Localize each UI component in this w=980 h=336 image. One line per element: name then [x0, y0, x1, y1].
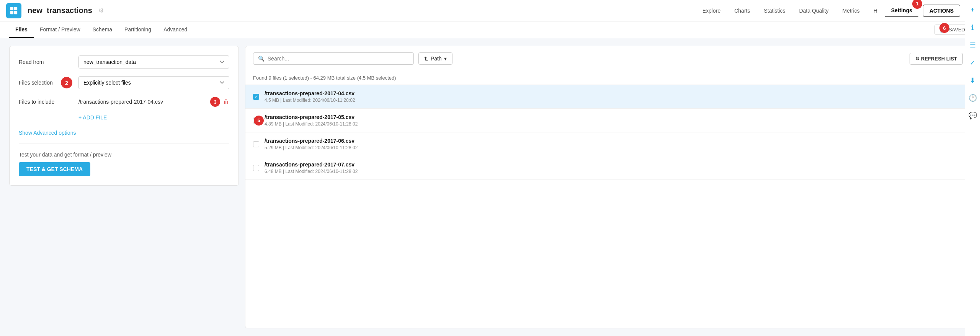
- nav-charts[interactable]: Charts: [728, 5, 756, 17]
- nav-statistics[interactable]: Statistics: [758, 5, 791, 17]
- files-to-include-row: Files to include /transactions-prepared-…: [19, 97, 229, 122]
- main-content: Read from new_transaction_data Files sel…: [0, 38, 980, 336]
- svg-rect-0: [10, 7, 13, 10]
- file-meta-4: 6.48 MB | Last Modified: 2024/06/10-11:2…: [265, 169, 963, 174]
- sort-icon: ⇅: [424, 56, 428, 62]
- file-list: /transactions-prepared-2017-04.csv 4.5 M…: [245, 85, 970, 328]
- tab-advanced[interactable]: Advanced: [157, 22, 193, 38]
- file-name-1: /transactions-prepared-2017-04.csv: [265, 90, 963, 96]
- file-checkbox-4[interactable]: [253, 165, 259, 171]
- annotation-badge-1: 1: [912, 0, 922, 9]
- files-selection-select[interactable]: Explicitly select files: [78, 76, 229, 89]
- file-info-2: /transactions-prepared-2017-05.csv 4.89 …: [265, 114, 963, 127]
- file-item[interactable]: /transactions-prepared-2017-07.csv 6.48 …: [245, 156, 970, 180]
- file-name-4: /transactions-prepared-2017-07.csv: [265, 161, 963, 168]
- file-info-4: /transactions-prepared-2017-07.csv 6.48 …: [265, 161, 963, 174]
- file-checkbox-3[interactable]: [253, 141, 259, 147]
- right-panel-header: 🔍 ⇅ Path ▾ ↻ REFRESH LIST: [245, 46, 970, 71]
- add-file-button[interactable]: + ADD FILE: [78, 113, 107, 122]
- file-item[interactable]: 5 /transactions-prepared-2017-05.csv 4.8…: [245, 109, 970, 132]
- sidebar-clock-icon[interactable]: 🕐: [967, 92, 978, 104]
- test-section-label: Test your data and get format / preview: [19, 152, 229, 158]
- read-from-label: Read from: [19, 59, 72, 65]
- files-to-include-label: Files to include: [19, 99, 72, 105]
- nav-h[interactable]: H: [867, 5, 884, 17]
- sidebar-chat-icon[interactable]: 💬: [967, 110, 978, 121]
- sort-chevron-icon: ▾: [444, 55, 447, 62]
- file-path: /transactions-prepared-2017-04.csv: [78, 99, 204, 105]
- search-box[interactable]: 🔍: [253, 52, 414, 65]
- file-meta-1: 4.5 MB | Last Modified: 2024/06/10-11:28…: [265, 98, 963, 103]
- annotation-badge-6: 6: [939, 23, 949, 33]
- nav-metrics[interactable]: Metrics: [836, 5, 866, 17]
- logo-icon: [10, 7, 18, 15]
- tab-files[interactable]: Files: [9, 22, 34, 38]
- sidebar-check-icon[interactable]: ✓: [968, 57, 977, 69]
- app-logo: [6, 3, 21, 18]
- divider: [19, 144, 229, 144]
- delete-file-icon[interactable]: 🗑: [223, 98, 229, 105]
- nav-explore[interactable]: Explore: [696, 5, 727, 17]
- read-from-select[interactable]: new_transaction_data: [78, 55, 229, 69]
- refresh-button[interactable]: ↻ REFRESH LIST: [910, 53, 963, 65]
- left-panel: Read from new_transaction_data Files sel…: [9, 46, 239, 186]
- annotation-badge-2: 2: [61, 77, 72, 88]
- right-panel: 🔍 ⇅ Path ▾ ↻ REFRESH LIST Found 9 files …: [245, 46, 971, 328]
- path-sort-button[interactable]: ⇅ Path ▾: [418, 52, 452, 65]
- file-checkbox-1[interactable]: [253, 94, 259, 100]
- annotation-badge-3: 3: [210, 97, 220, 107]
- dataset-settings-icon[interactable]: ⚙: [98, 7, 104, 14]
- file-item[interactable]: /transactions-prepared-2017-04.csv 4.5 M…: [245, 85, 970, 109]
- nav-data-quality[interactable]: Data Quality: [793, 5, 835, 17]
- dataset-name: new_transactions: [28, 6, 92, 15]
- test-schema-button[interactable]: TEST & GET SCHEMA: [19, 162, 90, 176]
- actions-button[interactable]: ACTIONS: [923, 5, 960, 17]
- file-name-2: /transactions-prepared-2017-05.csv: [265, 114, 963, 120]
- read-from-row: Read from new_transaction_data: [19, 55, 229, 69]
- file-info-1: /transactions-prepared-2017-04.csv 4.5 M…: [265, 90, 963, 103]
- file-meta-2: 4.89 MB | Last Modified: 2024/06/10-11:2…: [265, 121, 963, 127]
- search-icon: 🔍: [258, 55, 265, 62]
- svg-rect-1: [14, 7, 17, 10]
- test-section: Test your data and get format / preview …: [19, 152, 229, 176]
- files-summary: Found 9 files (1 selected) - 64.29 MB to…: [245, 71, 970, 85]
- file-item[interactable]: /transactions-prepared-2017-06.csv 5.29 …: [245, 132, 970, 156]
- sort-label: Path: [431, 55, 442, 62]
- file-info-3: /transactions-prepared-2017-06.csv 5.29 …: [265, 138, 963, 150]
- tab-partitioning[interactable]: Partitioning: [118, 22, 157, 38]
- sidebar-download-icon[interactable]: ⬇: [968, 75, 977, 86]
- sidebar-info-icon[interactable]: ℹ: [970, 22, 975, 33]
- saved-label: SAVED: [949, 27, 965, 33]
- sidebar-plus-icon[interactable]: +: [969, 5, 976, 16]
- tab-format-preview[interactable]: Format / Preview: [34, 22, 87, 38]
- svg-rect-2: [10, 11, 13, 14]
- right-sidebar: + ℹ ☰ ✓ ⬇ 🕐 💬: [965, 0, 980, 336]
- svg-rect-3: [14, 11, 17, 14]
- search-input[interactable]: [268, 55, 409, 62]
- tab-schema[interactable]: Schema: [87, 22, 118, 38]
- top-bar: new_transactions ⚙ Explore Charts Statis…: [0, 0, 980, 21]
- top-navigation: Explore Charts Statistics Data Quality M…: [696, 4, 960, 17]
- sidebar-list-icon[interactable]: ☰: [968, 39, 977, 51]
- files-selection-row: Files selection 2 Explicitly select file…: [19, 76, 229, 89]
- tab-bar: Files Format / Preview Schema Partitioni…: [0, 21, 980, 38]
- show-advanced-link[interactable]: Show Advanced options: [19, 130, 229, 136]
- file-meta-3: 5.29 MB | Last Modified: 2024/06/10-11:2…: [265, 145, 963, 150]
- file-name-3: /transactions-prepared-2017-06.csv: [265, 138, 963, 144]
- annotation-badge-5: 5: [254, 116, 264, 126]
